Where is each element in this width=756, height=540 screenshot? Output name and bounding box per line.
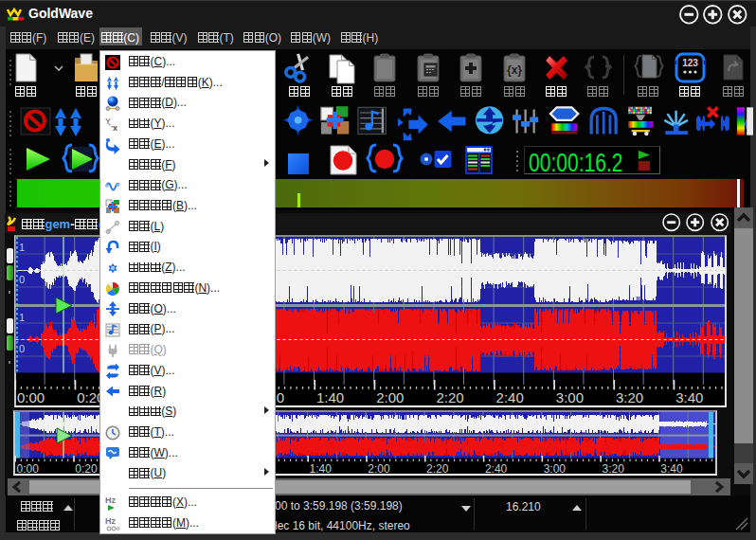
svg-text:Hz: Hz xyxy=(105,495,116,505)
svg-text:0:00: 0:00 xyxy=(17,462,40,476)
svg-text:3:40: 3:40 xyxy=(660,462,683,476)
svg-text:3:20: 3:20 xyxy=(603,462,625,476)
svg-text:2:00: 2:00 xyxy=(368,462,390,476)
svg-text:x: x xyxy=(113,123,117,133)
svg-text:Hz: Hz xyxy=(105,516,116,526)
svg-text:2:20: 2:20 xyxy=(426,462,449,476)
svg-text:2:40: 2:40 xyxy=(485,462,508,476)
svg-text:3:00: 3:00 xyxy=(544,462,567,476)
svg-text:0:20: 0:20 xyxy=(75,462,98,476)
svg-text:1:40: 1:40 xyxy=(310,462,333,476)
